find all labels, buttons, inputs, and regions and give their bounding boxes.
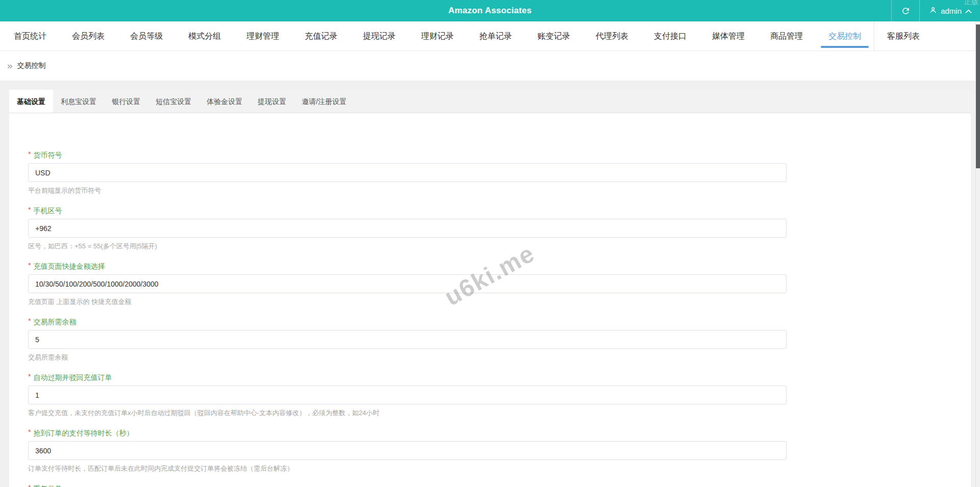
nav-item-payment-api[interactable]: 支付接口 bbox=[641, 21, 699, 50]
nav-item-balance-record[interactable]: 账变记录 bbox=[525, 21, 583, 50]
settings-card: 基础设置 利息宝设置 银行设置 短信宝设置 体验金设置 提现设置 邀请/注册设置… bbox=[9, 90, 971, 487]
field-hint: 交易所需余额 bbox=[28, 353, 971, 362]
required-icon: * bbox=[28, 317, 31, 325]
required-icon: * bbox=[28, 261, 31, 269]
field-phone-area-code: *手机区号 区号，如巴西：+55 = 55(多个区号用|5隔开) bbox=[28, 207, 971, 251]
nav-item-member-level[interactable]: 会员等级 bbox=[117, 21, 176, 50]
field-hint: 充值页面 上面显示的 快捷充值金额 bbox=[28, 297, 971, 306]
field-label: 手机区号 bbox=[33, 207, 62, 215]
field-hint: 区号，如巴西：+55 = 55(多个区号用|5隔开) bbox=[28, 242, 971, 251]
field-label: 自动过期并驳回充值订单 bbox=[33, 373, 112, 381]
tab-withdraw-settings[interactable]: 提现设置 bbox=[250, 90, 294, 113]
main-nav: 首页统计 会员列表 会员等级 模式分组 理财管理 充值记录 提现记录 理财记录 … bbox=[0, 21, 980, 51]
field-currency-symbol: *货币符号 平台前端显示的货币符号 bbox=[28, 151, 971, 195]
nav-item-transaction-control[interactable]: 交易控制 bbox=[816, 21, 874, 50]
tab-trial-fund-settings[interactable]: 体验金设置 bbox=[199, 90, 250, 113]
page-scrollbar[interactable] bbox=[975, 21, 980, 487]
nav-item-order-record[interactable]: 抢单记录 bbox=[467, 21, 525, 50]
tab-invite-register-settings[interactable]: 邀请/注册设置 bbox=[294, 90, 354, 113]
breadcrumb-chevrons-icon: » bbox=[7, 61, 13, 70]
username: admin bbox=[941, 7, 962, 15]
field-label: 货币符号 bbox=[33, 151, 62, 159]
required-icon: * bbox=[28, 206, 31, 214]
nav-item-media-manage[interactable]: 媒体管理 bbox=[699, 21, 757, 50]
nav-item-agent-list[interactable]: 代理列表 bbox=[583, 21, 641, 50]
field-quick-recharge-amounts: *充值页面快捷金额选择 充值页面 上面显示的 快捷充值金额 bbox=[28, 262, 971, 306]
scrollbar-thumb[interactable] bbox=[976, 24, 980, 168]
user-menu[interactable]: admin bbox=[920, 0, 980, 21]
breadcrumb-label: 交易控制 bbox=[17, 61, 46, 70]
app-header: 正版 Amazon Associates admin bbox=[0, 0, 980, 21]
field-label: 重复做单 bbox=[33, 484, 62, 487]
currency-symbol-input[interactable] bbox=[28, 163, 787, 182]
field-auto-expire-order: *自动过期并驳回充值订单 客户提交充值，未支付的充值订单x小时后自动过期驳回（驳… bbox=[28, 373, 971, 418]
nav-item-recharge-record[interactable]: 充值记录 bbox=[292, 21, 350, 50]
field-pay-wait-seconds: *抢到订单的支付等待时长（秒） 订单支付等待时长，匹配订单后未在此时间内完成支付… bbox=[28, 429, 971, 473]
nav-item-mode-group[interactable]: 模式分组 bbox=[176, 21, 234, 50]
quick-recharge-amounts-input[interactable] bbox=[28, 274, 787, 293]
nav-item-finance-manage[interactable]: 理财管理 bbox=[234, 21, 292, 50]
user-icon bbox=[929, 6, 937, 16]
required-icon: * bbox=[28, 150, 31, 158]
header-actions: admin bbox=[891, 0, 980, 21]
field-hint: 客户提交充值，未支付的充值订单x小时后自动过期驳回（驳回内容在帮助中心-文本内容… bbox=[28, 408, 971, 418]
field-label: 充值页面快捷金额选择 bbox=[33, 262, 105, 270]
app-title: Amazon Associates bbox=[448, 6, 531, 16]
required-icon: * bbox=[28, 372, 31, 380]
nav-item-withdraw-record[interactable]: 提现记录 bbox=[350, 21, 408, 50]
pay-wait-seconds-input[interactable] bbox=[28, 441, 787, 460]
required-icon: * bbox=[28, 483, 31, 487]
field-required-balance: *交易所需余额 交易所需余额 bbox=[28, 318, 971, 362]
nav-item-service-list[interactable]: 客服列表 bbox=[874, 21, 933, 50]
breadcrumb: » 交易控制 bbox=[0, 51, 980, 81]
refresh-button[interactable] bbox=[891, 0, 920, 21]
tab-basic-settings[interactable]: 基础设置 bbox=[9, 90, 53, 113]
auto-expire-order-input[interactable] bbox=[28, 386, 787, 404]
field-hint: 平台前端显示的货币符号 bbox=[28, 186, 971, 195]
tab-bank-settings[interactable]: 银行设置 bbox=[104, 90, 148, 113]
required-balance-input[interactable] bbox=[28, 330, 787, 349]
settings-form-panel: u6ki.me *货币符号 平台前端显示的货币符号 *手机区号 区号，如巴西：+… bbox=[9, 113, 971, 487]
settings-tabs: 基础设置 利息宝设置 银行设置 短信宝设置 体验金设置 提现设置 邀请/注册设置 bbox=[9, 90, 971, 113]
nav-item-product-manage[interactable]: 商品管理 bbox=[757, 21, 816, 50]
required-icon: * bbox=[28, 428, 31, 436]
phone-area-code-input[interactable] bbox=[28, 219, 787, 238]
field-label: 交易所需余额 bbox=[33, 318, 76, 326]
tab-sms-settings[interactable]: 短信宝设置 bbox=[148, 90, 199, 113]
field-repeat-order: *重复做单 bbox=[28, 484, 971, 487]
field-label: 抢到订单的支付等待时长（秒） bbox=[33, 429, 133, 437]
nav-item-home-stats[interactable]: 首页统计 bbox=[1, 21, 59, 50]
tab-interest-settings[interactable]: 利息宝设置 bbox=[53, 90, 104, 113]
field-hint: 订单支付等待时长，匹配订单后未在此时间内完成支付提交订单将会被冻结（需后台解冻） bbox=[28, 464, 971, 473]
nav-item-member-list[interactable]: 会员列表 bbox=[59, 21, 117, 50]
chevron-up-icon bbox=[965, 7, 972, 15]
refresh-icon bbox=[901, 6, 911, 16]
nav-item-finance-record[interactable]: 理财记录 bbox=[408, 21, 467, 50]
